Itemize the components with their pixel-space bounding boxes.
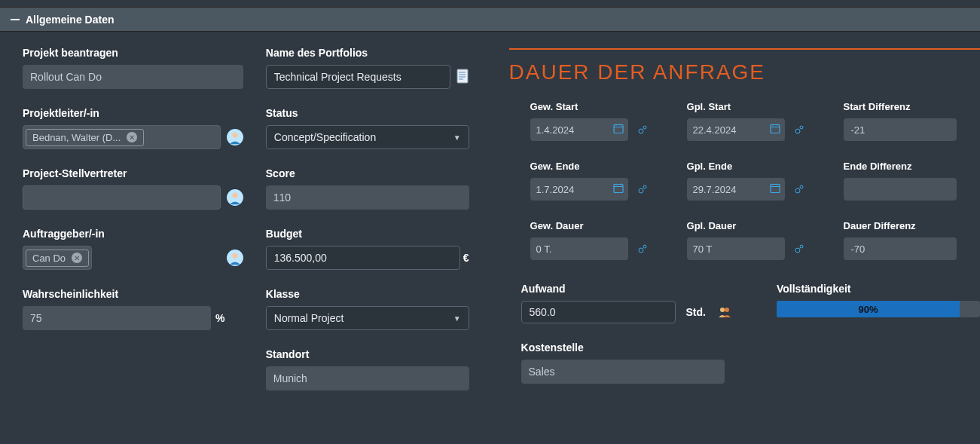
aufwand-label: Aufwand	[521, 283, 731, 295]
chevron-down-icon: ▼	[453, 314, 461, 323]
gew-dauer-input[interactable]: 0 T.	[530, 237, 628, 260]
avatar-icon[interactable]	[227, 189, 243, 206]
budget-label: Budget	[266, 228, 487, 240]
stellvertreter-input[interactable]	[23, 185, 221, 210]
gpl-dauer-input[interactable]: 70 T	[687, 237, 785, 260]
gew-start-input[interactable]: 1.4.2024	[530, 118, 628, 141]
score-label: Score	[266, 167, 487, 179]
svg-point-5	[232, 253, 237, 259]
svg-point-30	[800, 126, 803, 129]
auftraggeber-tag: Can Do ✕	[26, 250, 89, 267]
kostenstelle-label: Kostenstelle	[521, 341, 731, 354]
euro-suffix: €	[463, 252, 469, 264]
progress-fill: 90%	[777, 301, 960, 317]
ende-diff-value	[844, 178, 957, 201]
start-diff-label: Start Differenz	[844, 101, 979, 112]
gpl-dauer-label: Gpl. Dauer	[687, 220, 823, 231]
projekt-beantragen-label: Projekt beantragen	[23, 47, 243, 59]
calendar-icon[interactable]	[770, 124, 780, 136]
calendar-icon[interactable]	[613, 183, 624, 196]
klasse-select[interactable]: Normal Project ▼	[266, 306, 469, 330]
score-input[interactable]: 110	[266, 185, 469, 210]
svg-point-21	[639, 188, 643, 193]
std-suffix: Std.	[686, 306, 706, 318]
svg-rect-11	[614, 125, 623, 133]
dauer-diff-value: -70	[844, 237, 957, 260]
wahrscheinlichkeit-input[interactable]: 75	[23, 306, 211, 330]
dauer-diff-label: Dauer Differenz	[844, 220, 979, 231]
document-icon[interactable]	[456, 69, 470, 86]
standort-input[interactable]: Munich	[266, 366, 469, 390]
gear-icon[interactable]	[637, 184, 648, 194]
portfolio-input[interactable]: Technical Project Requests	[266, 65, 450, 89]
vollstaendigkeit-label: Vollständigkeit	[777, 283, 980, 295]
aufwand-input[interactable]: 560.0	[521, 301, 676, 323]
projektleiter-tag: Bednan, Walter (D... ✕	[26, 129, 144, 146]
projekt-beantragen-input[interactable]: Rollout Can Do	[23, 65, 243, 89]
calendar-icon[interactable]	[613, 124, 624, 136]
dauer-anfrage-title: DAUER DER ANFRAGE	[509, 60, 980, 84]
gear-icon[interactable]	[794, 184, 804, 194]
standort-label: Standort	[266, 348, 487, 360]
svg-point-15	[639, 129, 643, 133]
gew-ende-label: Gew. Ende	[530, 161, 666, 172]
status-label: Status	[266, 107, 487, 119]
svg-point-29	[795, 129, 800, 133]
calendar-icon[interactable]	[770, 183, 780, 196]
projektleiter-tag-remove[interactable]: ✕	[127, 132, 137, 142]
auftraggeber-input[interactable]: Can Do ✕	[23, 246, 92, 270]
svg-point-39	[720, 308, 725, 312]
stellvertreter-label: Project-Stellvertreter	[23, 167, 243, 179]
svg-point-3	[232, 193, 237, 198]
gear-icon[interactable]	[794, 124, 804, 135]
svg-rect-17	[614, 185, 623, 193]
svg-point-24	[643, 245, 646, 248]
ende-diff-label: Ende Differenz	[844, 161, 979, 172]
wahrscheinlichkeit-label: Wahrscheinlichkeit	[23, 288, 243, 300]
section-header[interactable]: Allgemeine Daten	[0, 8, 980, 32]
auftraggeber-label: Auftraggeber/-in	[23, 228, 243, 240]
svg-rect-6	[457, 69, 468, 83]
avatar-icon[interactable]	[227, 129, 243, 145]
svg-point-16	[643, 126, 646, 129]
percent-suffix: %	[215, 312, 224, 324]
status-select[interactable]: Concept/Specification ▼	[266, 125, 469, 149]
vollstaendigkeit-progress: 90%	[777, 301, 980, 317]
svg-point-22	[643, 185, 646, 188]
svg-point-1	[232, 133, 237, 138]
portfolio-label: Name des Portfolios	[266, 47, 487, 59]
kostenstelle-input[interactable]: Sales	[521, 360, 725, 384]
projektleiter-label: Projektleiter/-in	[23, 107, 243, 119]
start-diff-value: -21	[844, 118, 957, 141]
gpl-start-label: Gpl. Start	[687, 101, 823, 112]
svg-point-35	[795, 188, 800, 193]
svg-point-37	[795, 248, 800, 253]
gew-ende-input[interactable]: 1.7.2024	[530, 178, 628, 201]
svg-rect-31	[771, 185, 780, 193]
collapse-icon	[11, 19, 20, 20]
gpl-ende-input[interactable]: 29.7.2024	[687, 178, 785, 201]
people-icon[interactable]	[718, 307, 731, 317]
avatar-icon[interactable]	[227, 250, 243, 266]
gpl-ende-label: Gpl. Ende	[687, 161, 823, 172]
svg-point-38	[800, 245, 803, 248]
svg-point-36	[800, 185, 803, 188]
auftraggeber-tag-remove[interactable]: ✕	[72, 253, 82, 263]
gew-start-label: Gew. Start	[530, 101, 666, 112]
svg-point-40	[725, 308, 729, 312]
gear-icon[interactable]	[637, 124, 648, 135]
projektleiter-input[interactable]: Bednan, Walter (D... ✕	[23, 125, 221, 149]
budget-input[interactable]: 136.500,00	[266, 246, 460, 270]
gear-icon[interactable]	[637, 243, 648, 254]
section-title: Allgemeine Daten	[26, 14, 114, 26]
svg-rect-25	[771, 125, 780, 133]
gear-icon[interactable]	[794, 243, 804, 254]
svg-point-23	[639, 248, 643, 253]
chevron-down-icon: ▼	[453, 133, 461, 142]
klasse-label: Klasse	[266, 288, 487, 300]
gew-dauer-label: Gew. Dauer	[530, 220, 666, 231]
gpl-start-input[interactable]: 22.4.2024	[687, 118, 785, 141]
